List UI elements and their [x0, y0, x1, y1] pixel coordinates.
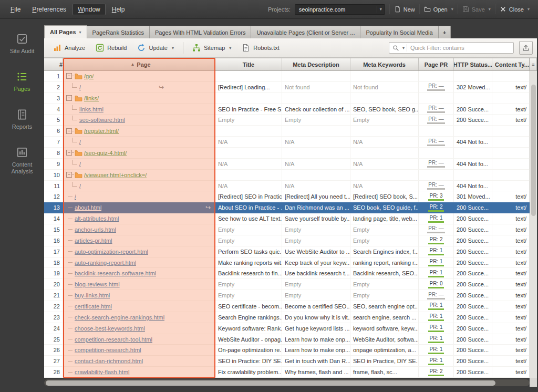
menu-help[interactable]: Help	[107, 4, 130, 15]
table-row[interactable]: 18auto-ranking-report.htmlMake ranking r…	[44, 257, 530, 269]
table-row[interactable]: 7/N/AN/AN/APR: —404 Not fo...	[44, 137, 530, 148]
table-row[interactable]: 21buy-links.htmlEmptyEmptyEmptyPR: —200 …	[44, 290, 530, 301]
table-row[interactable]: 15anchor-urls.htmlEmptyEmptyEmptyPR: —20…	[44, 224, 530, 235]
rebuild-button[interactable]: Rebuild	[91, 41, 131, 55]
folder-link[interactable]: /go/	[84, 73, 94, 79]
page-link[interactable]: links.html	[79, 106, 104, 112]
table-row[interactable]: 14alt-attributes.htmlSee how to use ALT …	[44, 213, 530, 224]
column-header-ctype[interactable]: Content Ty...	[492, 58, 530, 70]
open-button[interactable]: Open▾	[419, 4, 458, 14]
close-button[interactable]: Close▾	[495, 4, 534, 14]
folder-link[interactable]: /viewuser.html+onclick=/	[84, 172, 147, 178]
table-row[interactable]: 13about.html↪About SEO in Practice - ...…	[44, 202, 530, 213]
page-link[interactable]: competition-research.html	[75, 347, 141, 353]
page-link[interactable]: auto-optimization-report.html	[75, 249, 148, 255]
page-link[interactable]: alt-attributes.html	[75, 215, 119, 222]
page-link[interactable]: /	[79, 183, 81, 189]
sidebar-item-pages[interactable]: Pages	[2, 70, 43, 92]
collapse-toggle[interactable]: −	[66, 172, 72, 178]
vertical-scrollbar[interactable]	[530, 71, 537, 378]
quick-filter[interactable]: ▾	[389, 42, 514, 54]
collapse-toggle[interactable]: −	[66, 95, 72, 101]
page-link[interactable]: articles-pr.html	[75, 238, 112, 244]
folder-link[interactable]: /register.html/	[84, 128, 119, 134]
save-button[interactable]: Save▾	[458, 4, 495, 14]
robots-txt-button[interactable]: Robots.txt	[237, 41, 284, 55]
table-row[interactable]: 12/[Redirect] SEO in Practic...[Redirect…	[44, 191, 530, 202]
table-row[interactable]: 27contact-dan-richmond.htmlSEO in Practi…	[44, 356, 530, 367]
table-row[interactable]: 17auto-optimization-report.htmlPerform S…	[44, 246, 530, 257]
page-link[interactable]: buy-links.html	[75, 292, 110, 298]
folder-link[interactable]: /links/	[84, 95, 99, 101]
page-link[interactable]: check-search-engine-rankings.html	[75, 314, 164, 321]
page-link[interactable]: anchor-urls.html	[75, 226, 116, 233]
collapse-toggle[interactable]: −	[66, 73, 72, 79]
project-selector[interactable]: seoinpractice.com ▾	[295, 4, 385, 15]
page-link[interactable]: certificate.html	[75, 303, 112, 310]
table-row[interactable]: 20blog-reviews.htmlEmptyEmptyEmptyPR: 02…	[44, 279, 530, 290]
menu-window[interactable]: Window	[73, 4, 106, 15]
table-row[interactable]: 3−/links/	[44, 93, 530, 104]
table-row[interactable]: 22certificate.htmlSEO certificate - beco…	[44, 301, 530, 312]
table-row[interactable]: 5seo-software.htmlEmptyEmptyEmptyPR: —20…	[44, 115, 530, 126]
table-row[interactable]: 26competition-research.htmlOn-page optim…	[44, 345, 530, 356]
horizontal-scrollbar[interactable]	[44, 379, 530, 386]
menu-file[interactable]: File	[5, 4, 26, 15]
vertical-scrollbar-thumb[interactable]	[531, 85, 536, 216]
page-link[interactable]: backlink-research-software.html	[75, 270, 156, 276]
tab-pagerank-statistics[interactable]: PageRank Statistics	[87, 26, 150, 38]
table-row[interactable]: 25competition-research-tool.htmlWebSite …	[44, 334, 530, 345]
quick-filter-input[interactable]	[409, 44, 510, 51]
page-link[interactable]: /	[79, 139, 81, 145]
table-row[interactable]: 19backlink-research-software.htmlBacklin…	[44, 268, 530, 279]
table-row[interactable]: 23check-search-engine-rankings.htmlSearc…	[44, 312, 530, 323]
table-row[interactable]: 24choose-best-keywords.htmlKeyword softw…	[44, 323, 530, 334]
sidebar-item-content-analysis[interactable]: Content Analysis	[2, 146, 43, 175]
collapse-toggle[interactable]: −	[66, 128, 72, 134]
table-row[interactable]: 10−/viewuser.html+onclick=/	[44, 170, 530, 181]
table-row[interactable]: 4links.htmlSEO in Practice - Free S...Ch…	[44, 104, 530, 115]
table-row[interactable]: 2/↪[Redirect] Loading...Not foundNot fou…	[44, 82, 530, 93]
tab-popularity-in-social-media[interactable]: Popularity In Social Media	[360, 26, 438, 38]
page-link[interactable]: choose-best-keywords.html	[75, 325, 145, 332]
tab-all-pages[interactable]: All Pages▾	[44, 25, 87, 38]
sidebar-item-site-audit[interactable]: Site Audit	[2, 33, 43, 55]
new-button[interactable]: New	[389, 4, 419, 14]
sidebar-item-reports[interactable]: Reports	[2, 108, 43, 130]
table-row[interactable]: 8−/seo-quiz-4.html/	[44, 148, 530, 159]
page-link[interactable]: crawlability-flash.html	[75, 369, 130, 375]
column-header-num[interactable]: #	[44, 58, 63, 70]
page-link[interactable]: about.html	[75, 204, 101, 211]
column-header-title[interactable]: Title	[215, 58, 282, 70]
tab-unavailable-pages-client-or-server[interactable]: Unavailable Pages (Client or Server ...	[251, 26, 360, 38]
column-header-page[interactable]: ▲Page	[63, 58, 215, 70]
menu-preferences[interactable]: Preferences	[27, 4, 71, 15]
page-link[interactable]: /	[79, 84, 81, 90]
page-link[interactable]: /	[79, 161, 81, 167]
column-header-desc[interactable]: Meta Description	[282, 58, 350, 70]
column-header-pr[interactable]: Page PR	[419, 58, 454, 70]
analyze-button[interactable]: Analyze	[48, 41, 90, 55]
update-button[interactable]: Update▾	[132, 41, 179, 55]
page-link[interactable]: competition-research-tool.html	[75, 336, 152, 343]
page-link[interactable]: contact-dan-richmond.html	[75, 358, 143, 364]
chevron-down-icon[interactable]: ▾	[402, 46, 405, 50]
table-row[interactable]: 9/N/AN/AN/APR: —404 Not fo...	[44, 159, 530, 170]
column-header-status[interactable]: HTTP Status...	[454, 58, 492, 70]
column-header-keys[interactable]: Meta Keywords	[350, 58, 419, 70]
table-row[interactable]: 6−/register.html/	[44, 126, 530, 137]
collapse-toggle[interactable]: −	[66, 150, 72, 156]
horizontal-scrollbar-thumb[interactable]	[46, 380, 495, 386]
table-row[interactable]: 1−/go/	[44, 71, 530, 82]
add-tab-button[interactable]: +	[438, 26, 451, 38]
sitemap-button[interactable]: Sitemap▾	[188, 41, 236, 55]
table-row[interactable]: 28crawlability-flash.htmlFix crawlabilit…	[44, 367, 530, 378]
page-link[interactable]: seo-software.html	[79, 117, 125, 123]
page-link[interactable]: /	[75, 193, 76, 200]
tab-pages-with-html-validation-errors[interactable]: Pages With HTML Validation Errors	[149, 26, 251, 38]
column-settings-button[interactable]: ≡	[530, 58, 537, 71]
page-link[interactable]: blog-reviews.html	[75, 281, 120, 287]
show-panel-button[interactable]	[519, 41, 533, 55]
folder-link[interactable]: /seo-quiz-4.html/	[84, 150, 127, 156]
page-link[interactable]: auto-ranking-report.html	[75, 260, 136, 266]
